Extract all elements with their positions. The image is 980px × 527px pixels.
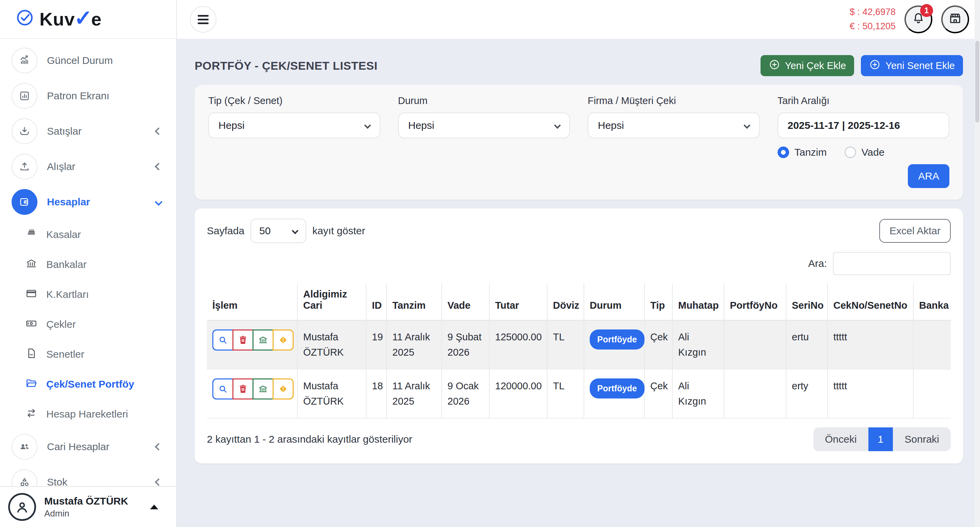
sidebar-subitem-label: K.Kartları <box>46 289 89 300</box>
page-content: PORTFÖY - ÇEK/SENET LISTESI Yeni Çek Ekl… <box>177 39 980 527</box>
user-avatar <box>8 493 36 521</box>
brand-logo[interactable]: Kuv✓e <box>0 0 176 39</box>
col-banka: Banka <box>913 283 951 320</box>
sidebar-subitem-label: Bankalar <box>46 259 86 270</box>
cell-serino: ertu <box>786 320 827 369</box>
page-header: PORTFÖY - ÇEK/SENET LISTESI Yeni Çek Ekl… <box>195 55 963 76</box>
user-role: Admin <box>44 508 128 519</box>
delete-row-button[interactable] <box>232 378 253 400</box>
bank-row-button[interactable] <box>253 329 274 351</box>
cell-banka <box>913 320 951 369</box>
trend-chart-icon <box>11 48 37 73</box>
sidebar-subitem-kkartlari[interactable]: K.Kartları <box>0 279 176 310</box>
scrollbar-thumb[interactable] <box>975 41 979 122</box>
chevron-left-icon <box>156 129 161 134</box>
eur-rate: € : 50,1205 <box>850 19 896 34</box>
durum-select[interactable]: Hepsi <box>398 113 570 138</box>
credit-card-icon <box>25 287 37 302</box>
chevron-down-icon <box>743 122 750 129</box>
warning-row-button[interactable] <box>272 329 294 351</box>
sidebar-subitem-senetler[interactable]: Senetler <box>0 339 176 369</box>
sidebar-item-guncel-durum[interactable]: Güncel Durum <box>0 43 176 78</box>
durum-label: Durum <box>398 95 570 106</box>
cell-tutar: 125000.00 <box>489 320 547 369</box>
cell-durum: Portföyde <box>584 369 644 418</box>
new-cek-button[interactable]: Yeni Çek Ekle <box>760 55 854 76</box>
delete-row-button[interactable] <box>232 329 253 351</box>
sidebar-item-patron-ekrani[interactable]: Patron Ekranı <box>0 78 176 114</box>
sidebar-item-hesaplar[interactable]: Hesaplar <box>0 184 176 220</box>
vade-radio[interactable]: Vade <box>845 146 885 158</box>
tanzim-radio[interactable]: Tanzim <box>778 146 827 158</box>
cell-tip: Çek <box>644 369 672 418</box>
search-submit-button[interactable]: ARA <box>908 164 950 188</box>
list-card: Sayfada 50 kayıt göster Excel Aktar Ara: <box>195 208 963 464</box>
pagination-page-1[interactable]: 1 <box>869 427 893 451</box>
tip-label: Tip (Çek / Senet) <box>208 95 380 106</box>
chevron-down-icon <box>156 199 161 205</box>
sidebar-subitem-label: Çekler <box>46 319 76 330</box>
tip-select[interactable]: Hepsi <box>208 113 380 138</box>
store-button[interactable] <box>941 5 969 33</box>
sidebar-item-label: Hesaplar <box>47 196 90 208</box>
sidebar-subitem-cek-senet-portfoy[interactable]: Çek/Senet Portföy <box>0 369 176 399</box>
table-header-row: İşlem Aldigimiz Cari ID Tanzim Vade Tuta… <box>207 283 951 320</box>
new-senet-button[interactable]: Yeni Senet Ekle <box>861 55 963 76</box>
bank-row-button[interactable] <box>253 378 274 400</box>
cell-muhatap: Ali Kızgın <box>672 369 724 418</box>
sidebar-item-alislar[interactable]: Alışlar <box>0 149 176 184</box>
brand-wordmark: Kuv✓e <box>40 7 102 31</box>
sidebar-subitem-bankalar[interactable]: Bankalar <box>0 249 176 279</box>
table-search-input[interactable] <box>833 252 951 275</box>
sidebar-item-label: Satışlar <box>47 125 82 137</box>
banknote-icon <box>25 317 37 332</box>
sidebar: Kuv✓e Güncel Durum Patron Ekranı Satışla… <box>0 0 177 527</box>
sidebar-subitem-label: Kasalar <box>46 229 81 240</box>
chevron-left-icon <box>156 479 161 485</box>
page-size-select[interactable]: 50 <box>250 219 306 243</box>
sidebar-subitem-label: Senetler <box>46 349 84 360</box>
sidebar-item-cari-hesaplar[interactable]: Cari Hesaplar <box>0 429 176 464</box>
pagination-prev[interactable]: Önceki <box>813 427 868 451</box>
users-icon <box>11 434 37 460</box>
cell-doviz: TL <box>547 320 584 369</box>
user-menu[interactable]: Mustafa ÖZTÜRK Admin <box>0 486 176 527</box>
cell-cari: Mustafa ÖZTÜRK <box>298 320 366 369</box>
view-row-button[interactable] <box>212 378 234 400</box>
warning-row-button[interactable] <box>272 378 294 400</box>
topbar-right: $ : 42,6978 € : 50,1205 1 <box>850 5 969 34</box>
caret-up-icon[interactable] <box>150 505 158 510</box>
excel-export-button[interactable]: Excel Aktar <box>879 219 951 243</box>
cell-tip: Çek <box>644 320 672 369</box>
download-tray-icon <box>11 118 37 144</box>
folder-open-icon <box>25 377 37 392</box>
pagination-next[interactable]: Sonraki <box>893 427 951 451</box>
cell-tanzim: 11 Aralık 2025 <box>387 320 442 369</box>
cell-id: 18 <box>366 369 387 418</box>
cell-vade: 9 Ocak 2026 <box>442 369 489 418</box>
row-actions-cell <box>207 320 298 369</box>
cell-banka <box>913 369 951 418</box>
date-range-input[interactable]: 2025-11-17 | 2025-12-16 <box>778 113 950 138</box>
radio-unselected-icon <box>845 146 856 158</box>
cell-vade: 9 Şubat 2026 <box>442 320 489 369</box>
sidebar-subitem-cekler[interactable]: Çekler <box>0 310 176 339</box>
view-row-button[interactable] <box>212 329 234 351</box>
cell-cekno: ttttt <box>827 369 913 418</box>
col-aldigimiz-cari: Aldigimiz Cari <box>298 283 366 320</box>
sidebar-subitem-hesap-hareketleri[interactable]: Hesap Hareketleri <box>0 399 176 429</box>
sidebar-item-label: Alışlar <box>47 161 75 172</box>
sidebar-item-label: Güncel Durum <box>47 55 113 66</box>
sidebar-subitem-kasalar[interactable]: Kasalar <box>0 220 176 249</box>
filter-tarih: Tarih Aralığı 2025-11-17 | 2025-12-16 Ta… <box>778 95 950 158</box>
firma-select[interactable]: Hepsi <box>588 113 760 138</box>
date-type-radios: Tanzim Vade <box>778 146 950 158</box>
sidebar-menu: Güncel Durum Patron Ekranı Satışlar Al <box>0 39 176 500</box>
sidebar-subitem-label: Hesap Hareketleri <box>46 408 128 420</box>
col-cekno-senetno: CekNo/SenetNo <box>827 283 913 320</box>
sidebar-item-satislar[interactable]: Satışlar <box>0 114 176 149</box>
notifications-button[interactable]: 1 <box>904 5 932 33</box>
scrollbar-track[interactable] <box>975 0 980 527</box>
menu-toggle-button[interactable] <box>190 6 216 33</box>
user-name: Mustafa ÖZTÜRK <box>44 495 128 507</box>
